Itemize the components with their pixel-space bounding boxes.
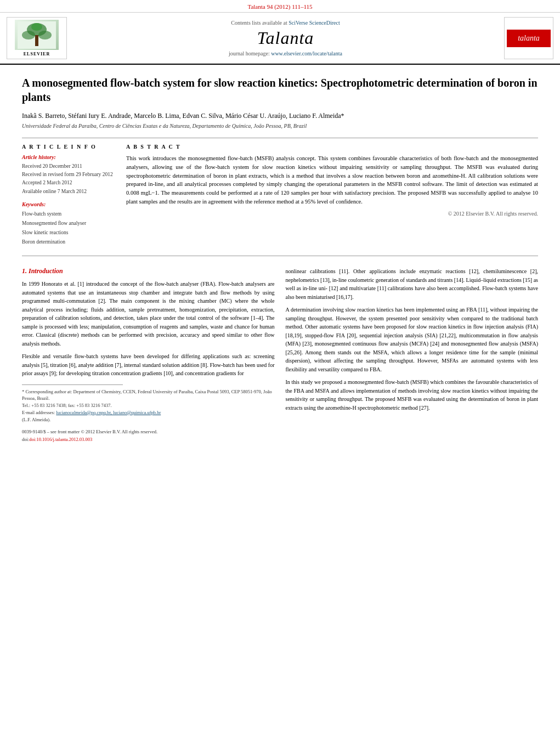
sciverse-link[interactable]: SciVerse ScienceDirect — [289, 20, 340, 26]
keyword-1: Flow-batch system — [22, 210, 115, 219]
doi-label: doi: — [22, 437, 29, 442]
right-para-3: In this study we proposed a monosegmente… — [286, 378, 539, 412]
body-right-col: nonlinear calibrations [11]. Other appli… — [286, 267, 539, 423]
elsevier-graphic — [15, 20, 59, 50]
body-left-col: 1. Introduction In 1999 Honorato et al. … — [22, 267, 275, 423]
bottom-doi: doi:doi:10.1016/j.talanta.2012.03.003 — [22, 436, 538, 444]
svg-rect-4 — [35, 35, 38, 46]
keywords-label: Keywords: — [22, 201, 115, 207]
keyword-4: Boron determination — [22, 237, 115, 247]
abstract-header: A B S T R A C T — [126, 144, 538, 150]
homepage-link[interactable]: www.elsevier.com/locate/talanta — [271, 50, 342, 56]
history-item-3: Accepted 2 March 2012 — [22, 179, 115, 187]
intro-para-1: In 1999 Honorato et al. [1] introduced t… — [22, 280, 275, 348]
bottom-info: 0039-9140/$ – see front matter © 2012 El… — [22, 428, 538, 443]
right-para-1: nonlinear calibrations [11]. Other appli… — [286, 267, 539, 301]
sciverse-line: Contents lists available at SciVerse Sci… — [231, 20, 340, 26]
copyright: © 2012 Elsevier B.V. All rights reserved… — [126, 211, 538, 217]
footnote-email-link[interactable]: lucianocalmeida@pq.cnpq.br, luciano@quim… — [56, 410, 161, 415]
intro-title: 1. Introduction — [22, 267, 275, 275]
journal-homepage: journal homepage: www.elsevier.com/locat… — [229, 50, 342, 56]
keyword-2: Monosegmented flow analyser — [22, 219, 115, 228]
elsevier-logo-container: ELSEVIER — [7, 17, 67, 59]
history-label: Article history: — [22, 154, 115, 160]
svg-point-5 — [31, 23, 42, 31]
right-para-2: A determination involving slow reaction … — [286, 306, 539, 374]
article-content: A monosegmented flow-batch system for sl… — [0, 65, 560, 455]
journal-center: Contents lists available at SciVerse Sci… — [72, 17, 499, 59]
abstract-text: This work introduces the monosegmented f… — [126, 154, 538, 206]
history-item-2: Received in revised form 29 February 201… — [22, 171, 115, 179]
article-meta-section: A R T I C L E I N F O Article history: R… — [22, 144, 538, 247]
history-item-1: Received 20 December 2011 — [22, 162, 115, 171]
citation-text: Talanta 94 (2012) 111–115 — [247, 3, 312, 10]
article-title: A monosegmented flow-batch system for sl… — [22, 76, 538, 104]
elsevier-text: ELSEVIER — [15, 52, 59, 56]
divider-1 — [22, 138, 538, 138]
talanta-badge: talanta — [507, 30, 551, 47]
svg-point-3 — [38, 31, 52, 39]
svg-point-2 — [22, 31, 35, 39]
body-section: 1. Introduction In 1999 Honorato et al. … — [22, 267, 538, 423]
intro-para-2: Flexible and versatile flow-batch system… — [22, 352, 275, 378]
talanta-badge-container: talanta — [504, 17, 553, 59]
affiliation: Universidade Federal da Paraíba, Centro … — [22, 123, 538, 129]
doi-link[interactable]: doi:10.1016/j.talanta.2012.03.003 — [29, 437, 92, 442]
footnote-email: E-mail addresses: lucianocalmeida@pq.cnp… — [22, 409, 275, 416]
citation-bar: Talanta 94 (2012) 111–115 — [0, 0, 560, 13]
journal-header: ELSEVIER Contents lists available at Sci… — [0, 13, 560, 65]
body-columns: 1. Introduction In 1999 Honorato et al. … — [22, 267, 538, 423]
article-info-header: A R T I C L E I N F O — [22, 144, 115, 150]
bottom-issn: 0039-9140/$ – see front matter © 2012 El… — [22, 428, 538, 436]
divider-2 — [22, 256, 538, 256]
footnote-divider — [22, 384, 123, 385]
footnote-tel: Tel.: +55 83 3216 7438; fax: +55 83 3216… — [22, 402, 275, 409]
footnote-initials: (L.F. Almeida). — [22, 416, 275, 423]
keyword-3: Slow kinetic reactions — [22, 228, 115, 237]
elsevier-logo: ELSEVIER — [15, 20, 59, 56]
article-info-col: A R T I C L E I N F O Article history: R… — [22, 144, 115, 247]
history-item-4: Available online 7 March 2012 — [22, 188, 115, 196]
footnote-email-label: E-mail addresses: — [22, 410, 55, 415]
authors: Inakã S. Barreto, Stéfani Iury E. Andrad… — [22, 111, 538, 121]
abstract-col: A B S T R A C T This work introduces the… — [126, 144, 538, 247]
footnote-star: * Corresponding author at: Department of… — [22, 388, 275, 403]
journal-title: Talanta — [257, 28, 314, 48]
